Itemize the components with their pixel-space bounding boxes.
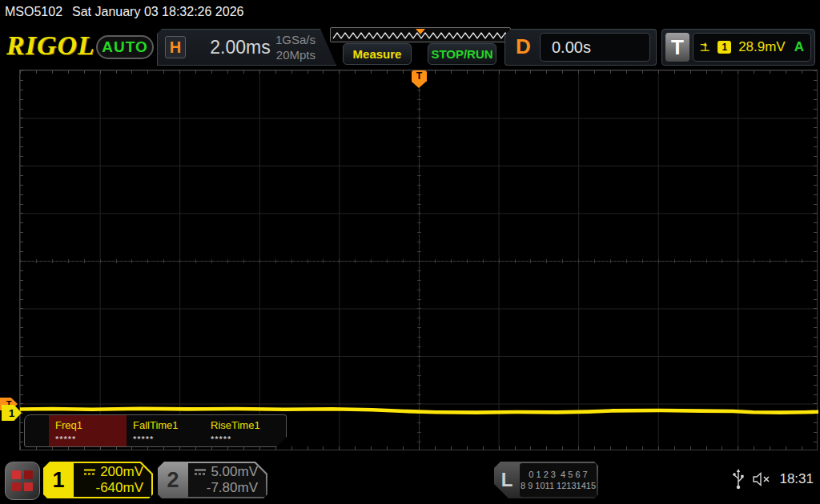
timebase-value: 2.00ms — [192, 37, 288, 58]
model-name: MSO5102 — [5, 5, 62, 19]
measure-button[interactable]: Measure — [343, 43, 412, 65]
bottom-bar: 1 200mV -640mV 2 — [0, 456, 820, 504]
sample-rate: 1GSa/s — [275, 32, 316, 47]
waveform-overview-bar[interactable] — [330, 27, 511, 42]
titlebar: MSO5102 Sat January 03 18:32:26 2026 — [0, 0, 820, 24]
logic-badge: L — [494, 462, 520, 498]
measurement-value: ***** — [133, 434, 204, 444]
measurement-label: RiseTime1 — [211, 419, 282, 431]
channel2-offset: -7.80mV — [207, 480, 258, 496]
channel1-number: 1 — [43, 462, 74, 498]
measurement-item-falltime1[interactable]: FallTime1 ***** — [127, 415, 204, 446]
memory-depth: 20Mpts — [275, 47, 316, 62]
rigol-logo: RIGOL — [6, 30, 95, 61]
measurement-panel: Freq1 ***** FallTime1 ***** RiseTime1 **… — [24, 414, 287, 447]
horizontal-panel[interactable]: H 2.00ms 1GSa/s 20Mpts — [157, 29, 336, 66]
usb-icon — [733, 469, 744, 490]
measurement-label: FallTime1 — [133, 419, 204, 431]
channel1-offset: -640mV — [95, 480, 143, 496]
trigger-field: 1 28.9mV A — [693, 33, 811, 62]
channel1-block[interactable]: 1 200mV -640mV — [43, 462, 153, 498]
channel2-block[interactable]: 2 5.00mV -7.80mV — [158, 462, 267, 498]
sound-muted-icon[interactable] — [752, 471, 771, 487]
trigger-panel[interactable]: T 1 28.9mV A — [661, 29, 815, 66]
rising-edge-trigger-icon — [700, 41, 710, 54]
trigger-source-badge: 1 — [718, 41, 731, 54]
acquisition-info: 1GSa/s 20Mpts — [275, 32, 316, 62]
channel2-number: 2 — [158, 462, 188, 498]
dc-coupling-icon — [83, 468, 96, 476]
trigger-position-pointer-icon — [412, 82, 426, 88]
delay-value: 0.00s — [540, 33, 650, 62]
horizontal-badge: H — [165, 36, 186, 58]
measurement-value: ***** — [211, 434, 282, 444]
channel2-scale: 5.00mV — [211, 464, 258, 480]
trigger-level-value: 28.9mV — [738, 39, 786, 55]
delay-badge: D — [516, 34, 531, 59]
trigger-status-badge: AUTO — [96, 35, 154, 59]
menu-grid-icon — [12, 470, 33, 491]
clock: 18:31 — [779, 471, 814, 487]
oscilloscope-screen: MSO5102 Sat January 03 18:32:26 2026 RIG… — [0, 0, 820, 504]
channel1-trace — [20, 70, 818, 451]
header-bar: RIGOL AUTO H 2.00ms 1GSa/s 20Mpts Measur… — [0, 24, 820, 69]
channel1-scale: 200mV — [100, 464, 143, 480]
measurement-spacer — [25, 415, 49, 446]
channel2-settings: 5.00mV -7.80mV — [188, 463, 266, 497]
datetime: Sat January 03 18:32:26 2026 — [72, 5, 243, 19]
delay-panel[interactable]: D 0.00s — [504, 29, 657, 66]
logic-row-0-7: 0 1 2 3 4 5 6 7 — [529, 469, 587, 480]
trigger-sweep-mode: A — [794, 39, 804, 55]
logic-channels-block[interactable]: L 0 1 2 3 4 5 6 7 8 9 1011 12131415 — [494, 462, 598, 498]
status-icons: 18:31 — [733, 469, 814, 490]
main-menu-button[interactable] — [5, 462, 40, 500]
trigger-badge: T — [665, 33, 689, 62]
overview-trigger-position-icon[interactable] — [416, 29, 425, 34]
stop-run-button[interactable]: STOP/RUN — [428, 43, 496, 65]
trigger-position-marker[interactable]: T — [412, 70, 427, 88]
logic-row-8-15: 8 9 1011 12131415 — [521, 480, 596, 491]
measurement-item-risetime1[interactable]: RiseTime1 ***** — [204, 415, 282, 446]
trigger-position-label: T — [412, 70, 427, 82]
measurement-value: ***** — [55, 434, 127, 444]
measurement-item-freq1[interactable]: Freq1 ***** — [49, 415, 127, 446]
graticule: T — [19, 70, 818, 450]
dc-coupling-icon — [194, 468, 207, 476]
channel1-settings: 200mV -640mV — [74, 463, 151, 497]
logic-channel-numbers: 0 1 2 3 4 5 6 7 8 9 1011 12131415 — [520, 463, 597, 497]
measurement-label: Freq1 — [55, 419, 127, 431]
